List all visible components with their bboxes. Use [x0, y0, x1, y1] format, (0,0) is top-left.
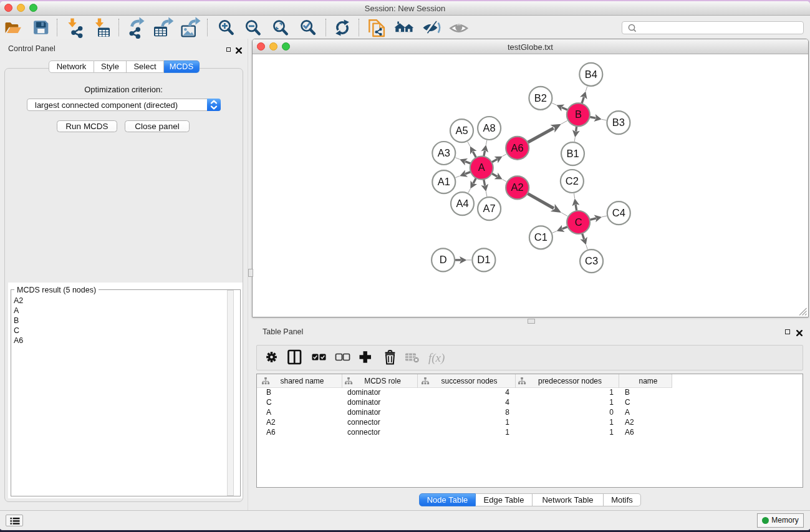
- svg-text:D: D: [440, 254, 447, 265]
- svg-text:A5: A5: [455, 125, 468, 136]
- svg-text:A2: A2: [511, 181, 524, 193]
- svg-text:A4: A4: [456, 198, 468, 209]
- svg-text:C1: C1: [534, 231, 547, 243]
- svg-text:A7: A7: [483, 203, 496, 214]
- svg-text:D1: D1: [477, 254, 490, 265]
- svg-text:f(x): f(x): [428, 351, 445, 365]
- svg-text:B1: B1: [566, 148, 579, 159]
- svg-text:B2: B2: [534, 92, 547, 104]
- svg-text:A1: A1: [438, 176, 450, 187]
- svg-text:A: A: [478, 162, 485, 173]
- svg-text:B4: B4: [585, 69, 597, 80]
- svg-text:B: B: [575, 109, 582, 120]
- svg-text:A8: A8: [483, 122, 496, 133]
- svg-text:C2: C2: [566, 175, 579, 186]
- svg-text:C4: C4: [612, 207, 625, 218]
- svg-text:C3: C3: [585, 255, 598, 266]
- svg-text:C: C: [575, 216, 582, 228]
- svg-text:A6: A6: [511, 142, 524, 153]
- svg-text:A3: A3: [438, 147, 450, 158]
- svg-text:B3: B3: [612, 117, 625, 128]
